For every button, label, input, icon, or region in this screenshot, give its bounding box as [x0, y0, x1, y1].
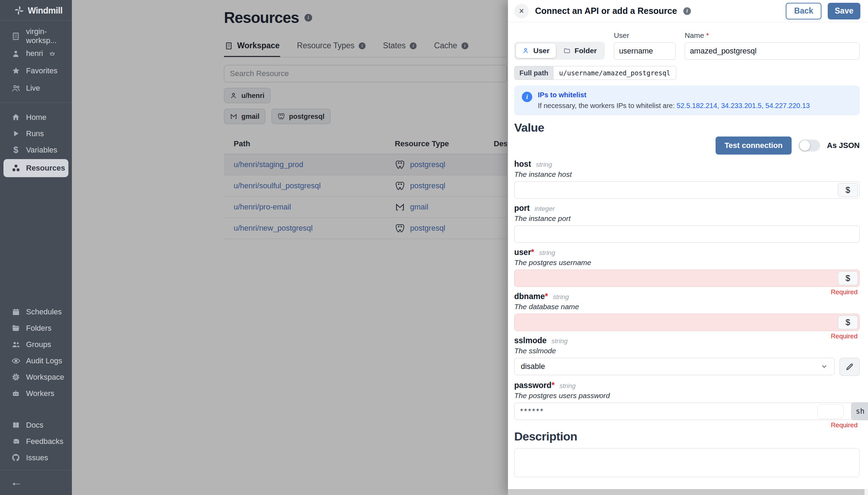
- info-icon: i: [522, 92, 532, 102]
- sidebar-item-feedbacks[interactable]: Feedbacks: [0, 433, 72, 449]
- user-icon: [522, 47, 530, 55]
- star-icon: [11, 66, 20, 76]
- host-input[interactable]: [514, 181, 860, 199]
- password-input[interactable]: ******: [514, 403, 860, 420]
- sidebar-item-favorites[interactable]: Favorites: [0, 62, 72, 80]
- sslmode-selected-value: disable: [521, 362, 545, 371]
- sidebar-item-groups[interactable]: Groups: [0, 336, 72, 353]
- owner-input[interactable]: [614, 42, 676, 60]
- field-description: The instance port: [514, 214, 860, 223]
- robot-icon: [11, 389, 20, 398]
- sidebar-admin-nav: Schedules Folders Groups Audit Logs Work…: [0, 304, 72, 402]
- sidebar-item-schedules[interactable]: Schedules: [0, 304, 72, 320]
- sidebar-item-workers[interactable]: Workers: [0, 385, 72, 402]
- windmill-logo-icon: [14, 5, 24, 16]
- workspace-settings-label: Workspace: [26, 373, 64, 382]
- user-input[interactable]: [514, 270, 860, 287]
- sidebar-links: Docs Feedbacks Issues: [0, 417, 72, 466]
- info-icon: i: [683, 7, 691, 15]
- password-reveal-box[interactable]: [817, 404, 844, 419]
- name-input[interactable]: [685, 42, 860, 60]
- sidebar-item-audit-logs[interactable]: Audit Logs: [0, 353, 72, 369]
- sidebar-item-user[interactable]: henri: [0, 45, 72, 62]
- field-type: string: [539, 249, 555, 257]
- owner-field: User: [614, 31, 676, 60]
- crown-icon: [49, 51, 55, 57]
- sidebar-main-nav: Home Runs $ Variables Resources: [0, 103, 72, 178]
- sidebar-item-resources[interactable]: Resources: [3, 159, 68, 177]
- sidebar-item-home[interactable]: Home: [0, 109, 72, 125]
- sidebar-item-variables[interactable]: $ Variables: [0, 142, 72, 158]
- sslmode-select[interactable]: disable: [514, 358, 835, 375]
- sidebar-item-workspace-switcher[interactable]: virgin-worksp...: [0, 27, 72, 45]
- modal-overlay[interactable]: [72, 0, 508, 495]
- edit-pencil-button[interactable]: [840, 358, 860, 376]
- workspace-name: virgin-worksp...: [26, 27, 72, 45]
- owner-kind-folder-label: Folder: [575, 47, 597, 55]
- home-label: Home: [26, 113, 47, 122]
- sidebar-item-runs[interactable]: Runs: [0, 125, 72, 142]
- owner-field-label: User: [614, 31, 676, 40]
- field-name: password*: [514, 381, 554, 390]
- close-icon[interactable]: ×: [514, 4, 529, 18]
- collapse-sidebar-icon[interactable]: ←: [10, 475, 22, 488]
- horizontal-scrollbar-thumb[interactable]: [508, 489, 865, 495]
- variable-picker-button[interactable]: $: [838, 315, 858, 329]
- horizontal-scrollbar-track[interactable]: [508, 489, 868, 495]
- sidebar-item-live[interactable]: Live: [0, 80, 72, 97]
- field-description: The instance host: [514, 170, 860, 179]
- required-asterisk: *: [706, 31, 709, 39]
- port-input[interactable]: [514, 225, 860, 243]
- favorites-label: Favorites: [26, 66, 57, 75]
- ip-list-link[interactable]: 52.5.182.214, 34.233.201.5, 54.227.220.1…: [677, 102, 810, 109]
- as-json-toggle[interactable]: [799, 140, 820, 151]
- field-type: string: [551, 337, 567, 345]
- infobox-title: IPs to whitelist: [538, 91, 810, 99]
- dbname-input[interactable]: [514, 314, 860, 331]
- username-label: henri: [26, 49, 43, 58]
- app-logo[interactable]: Windmill: [0, 0, 72, 20]
- variable-picker-button[interactable]: $: [838, 271, 858, 285]
- full-path-label: Full path: [514, 66, 553, 80]
- drawer-header: × Connect an API or add a Resource i Bac…: [508, 0, 868, 22]
- field-name: port: [514, 204, 530, 213]
- issues-label: Issues: [26, 453, 48, 462]
- sidebar-item-issues[interactable]: Issues: [0, 449, 72, 466]
- audit-logs-label: Audit Logs: [26, 356, 62, 365]
- show-password-button[interactable]: sh: [851, 402, 868, 420]
- variables-label: Variables: [26, 146, 57, 155]
- save-button[interactable]: Save: [828, 3, 860, 19]
- required-error: Required: [831, 332, 858, 340]
- eye-icon: [11, 356, 20, 365]
- resource-drawer: × Connect an API or add a Resource i Bac…: [508, 0, 868, 495]
- sidebar-item-workspace-settings[interactable]: Workspace: [0, 369, 72, 385]
- field-password: password* string The postgres users pass…: [514, 381, 860, 420]
- sidebar-item-folders[interactable]: Folders: [0, 320, 72, 336]
- sidebar-item-docs[interactable]: Docs: [0, 417, 72, 433]
- folder-icon: [11, 323, 20, 333]
- description-section-heading: Description: [514, 430, 860, 443]
- full-path: Full path u/username/amazed_postgresql: [514, 66, 676, 80]
- back-button[interactable]: Back: [786, 3, 821, 19]
- field-dbname: dbname* string The database name $ Requi…: [514, 292, 860, 331]
- folder-icon: [564, 47, 571, 55]
- live-label: Live: [26, 84, 40, 93]
- field-description: The sslmode: [514, 347, 860, 355]
- drawer-body: User Folder User Name *: [508, 22, 868, 495]
- variable-picker-button[interactable]: $: [838, 183, 858, 197]
- owner-kind-toggle: User Folder: [514, 42, 605, 60]
- field-description: The database name: [514, 303, 860, 311]
- runs-label: Runs: [26, 129, 44, 138]
- field-sslmode: sslmode string The sslmode disable: [514, 336, 860, 376]
- test-connection-button[interactable]: Test connection: [716, 137, 792, 155]
- docs-label: Docs: [26, 421, 43, 430]
- groups-icon: [11, 340, 20, 349]
- github-icon: [11, 453, 20, 462]
- cubes-icon: [11, 164, 20, 173]
- description-textarea[interactable]: [514, 448, 860, 477]
- owner-kind-user[interactable]: User: [516, 43, 556, 58]
- owner-kind-folder[interactable]: Folder: [557, 43, 603, 58]
- workers-label: Workers: [26, 389, 55, 398]
- field-type: string: [559, 382, 575, 390]
- field-name: dbname*: [514, 292, 548, 301]
